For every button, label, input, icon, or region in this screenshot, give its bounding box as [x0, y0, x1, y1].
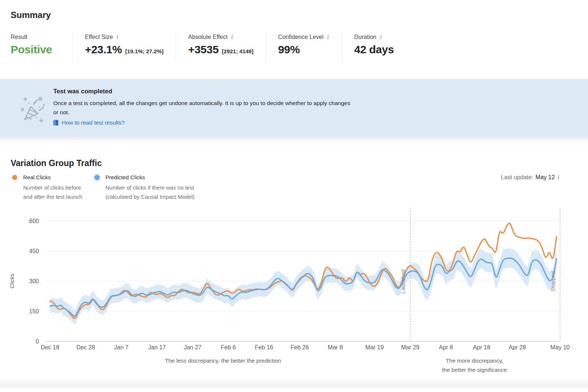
- svg-text:Clicks: Clicks: [9, 274, 15, 288]
- svg-text:Feb 26: Feb 26: [291, 344, 309, 350]
- info-icon[interactable]: i: [379, 34, 382, 40]
- metric-range: [2921; 4149]: [222, 48, 254, 54]
- svg-text:Apr 18: Apr 18: [473, 344, 490, 350]
- metric-value: 99%: [278, 43, 300, 56]
- real-clicks-dot-icon: [11, 174, 18, 181]
- metric-duration: Durationi42 days: [342, 34, 406, 60]
- svg-text:Mar 29: Mar 29: [401, 344, 419, 350]
- svg-text:Jan 17: Jan 17: [148, 344, 166, 350]
- party-popper-icon: [12, 79, 53, 137]
- svg-text:150: 150: [29, 308, 39, 314]
- chart-title: Variation Group Traffic: [0, 158, 588, 168]
- svg-text:Stopped: Stopped: [550, 271, 556, 292]
- svg-text:Feb 16: Feb 16: [255, 344, 273, 350]
- last-update-value: May 12: [535, 174, 555, 181]
- svg-text:Mar 19: Mar 19: [365, 344, 384, 350]
- book-icon: [53, 120, 59, 126]
- banner-body-line1: Once a test is completed, all the change…: [53, 98, 350, 108]
- banner-body-line2: or not.: [53, 108, 350, 117]
- svg-text:Jan 27: Jan 27: [184, 344, 201, 350]
- svg-text:Feb 6: Feb 6: [221, 344, 236, 350]
- summary-metrics: ResultPositiveEffect Sizei+23.1%[19.1%; …: [11, 34, 588, 60]
- legend-items: Real ClicksNumber of clicks beforeand af…: [11, 174, 206, 201]
- svg-text:May 10: May 10: [551, 344, 570, 350]
- page-title: Summary: [11, 10, 588, 20]
- metric-label: Result: [11, 34, 27, 40]
- last-update-label: Last update:: [501, 174, 533, 181]
- svg-text:600: 600: [29, 218, 39, 224]
- svg-text:the better the significance: the better the significance: [442, 367, 507, 373]
- legend-name: Real Clicks: [23, 174, 82, 181]
- last-update: Last update: May 12 i: [501, 174, 560, 181]
- svg-text:Dec 28: Dec 28: [76, 344, 95, 350]
- legend-name: Predicted Clicks: [105, 174, 195, 181]
- metric-value: +3535: [188, 43, 219, 56]
- svg-text:0: 0: [36, 338, 39, 345]
- svg-text:Dec 18: Dec 18: [41, 344, 60, 350]
- variation-traffic-section: Variation Group Traffic Real ClicksNumbe…: [0, 145, 588, 377]
- svg-text:450: 450: [29, 248, 39, 254]
- svg-text:The less discrepancy, the bett: The less discrepancy, the better the pre…: [165, 357, 281, 364]
- metric-label: Effect Size: [85, 34, 113, 40]
- legend-description: Number of clicks before: [23, 183, 82, 192]
- how-to-read-results-link[interactable]: How to read test results?: [53, 119, 350, 126]
- legend-description: Number of clicks if there was no test: [105, 183, 195, 192]
- metric-label: Duration: [354, 34, 376, 40]
- metric-label: Confidence Level: [278, 34, 324, 40]
- svg-text:Apr 28: Apr 28: [509, 344, 526, 350]
- metric-value: +23.1%: [85, 43, 122, 56]
- predicted-clicks-dot-icon: [93, 174, 101, 181]
- metric-range: [19.1%; 27.2%]: [125, 48, 164, 54]
- metric-value: 42 days: [354, 43, 394, 56]
- svg-text:300: 300: [29, 278, 39, 284]
- info-icon[interactable]: i: [230, 34, 233, 40]
- metric-result: ResultPositive: [11, 34, 72, 60]
- banner-title: Test was completed: [53, 88, 350, 95]
- test-completed-banner: Test was completed Once a test is comple…: [0, 79, 588, 137]
- section-divider: [0, 137, 588, 145]
- metric-value: Positive: [11, 43, 52, 56]
- metric-confidence-level: Confidence Leveli99%: [266, 34, 342, 60]
- legend-description: (calculated by Causal Impact Model): [105, 192, 195, 201]
- legend-item-predicted-clicks: Predicted ClicksNumber of clicks if ther…: [93, 174, 195, 201]
- legend-item-real-clicks: Real ClicksNumber of clicks beforeand af…: [11, 174, 82, 201]
- metric-effect-size: Effect Sizei+23.1%[19.1%; 27.2%]: [72, 34, 176, 60]
- summary-section: Summary ResultPositiveEffect Sizei+23.1%…: [0, 0, 588, 79]
- metric-label: Absolute Effect: [188, 34, 227, 40]
- metric-absolute-effect: Absolute Effecti+3535[2921; 4149]: [176, 34, 266, 60]
- legend-description: and after the test launch: [23, 192, 82, 201]
- chart-legend: Real ClicksNumber of clicks beforeand af…: [0, 174, 588, 201]
- how-to-read-results-label: How to read test results?: [62, 119, 125, 126]
- info-icon[interactable]: i: [326, 34, 329, 40]
- svg-text:Apr 8: Apr 8: [439, 344, 453, 350]
- banner-body: Once a test is completed, all the change…: [53, 98, 350, 117]
- bottom-fade: [0, 377, 588, 387]
- svg-text:Launched: Launched: [400, 269, 406, 294]
- svg-text:Mar 8: Mar 8: [328, 344, 343, 350]
- traffic-chart-canvas[interactable]: 0150300450600Dec 18Dec 28Jan 7Jan 17Jan …: [0, 203, 588, 377]
- info-icon[interactable]: i: [116, 34, 119, 40]
- svg-text:The more discrepancy,: The more discrepancy,: [446, 357, 503, 364]
- info-icon[interactable]: i: [557, 175, 560, 180]
- svg-text:Jan 7: Jan 7: [114, 344, 129, 350]
